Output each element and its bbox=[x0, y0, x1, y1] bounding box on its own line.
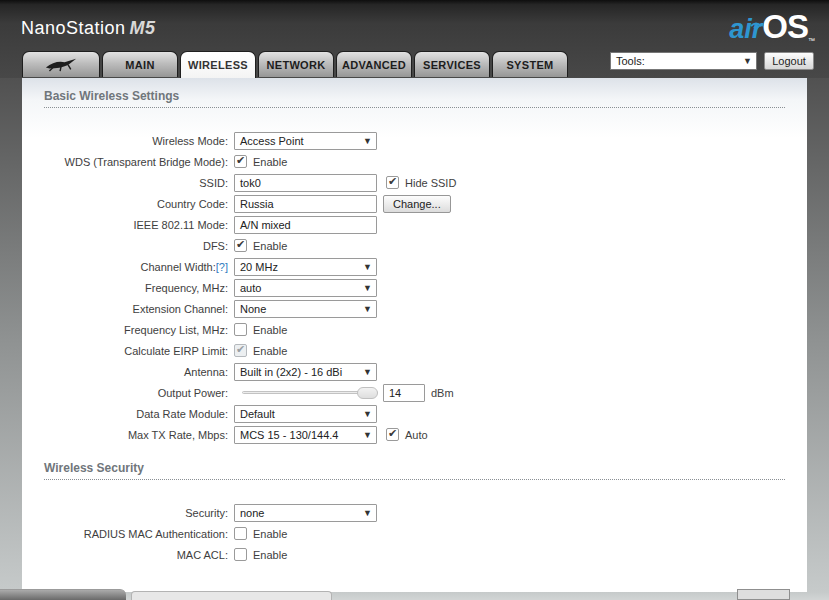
country-code-label: Country Code: bbox=[44, 198, 234, 210]
dfs-enable-label: Enable bbox=[253, 240, 287, 252]
calculate-eirp-label: Calculate EIRP Limit: bbox=[44, 345, 234, 357]
row-security: Security: none▼ bbox=[44, 502, 785, 523]
tab-wireless[interactable]: WIRELESS bbox=[180, 51, 256, 78]
frequency-list-enable-checkbox[interactable] bbox=[234, 323, 247, 336]
row-output-power: Output Power: 14 dBm bbox=[44, 382, 785, 403]
radius-mac-enable-label: Enable bbox=[253, 528, 287, 540]
wifi-signal-icon bbox=[748, 5, 764, 35]
chevron-down-icon: ▼ bbox=[363, 430, 372, 440]
mac-acl-enable-label: Enable bbox=[253, 549, 287, 561]
row-dfs: DFS: Enable bbox=[44, 235, 785, 256]
product-model: M5 bbox=[130, 18, 156, 38]
security-select[interactable]: none▼ bbox=[234, 504, 377, 522]
output-power-slider[interactable] bbox=[242, 387, 378, 399]
row-calculate-eirp: Calculate EIRP Limit: Enable bbox=[44, 340, 785, 361]
frequency-select[interactable]: auto▼ bbox=[234, 279, 377, 297]
hide-ssid-label: Hide SSID bbox=[405, 177, 456, 189]
wireless-mode-select[interactable]: Access Point▼ bbox=[234, 132, 377, 150]
row-data-rate-module: Data Rate Module: Default▼ bbox=[44, 403, 785, 424]
product-name: NanoStation bbox=[21, 18, 126, 38]
frequency-list-enable-label: Enable bbox=[253, 324, 287, 336]
frequency-label: Frequency, MHz: bbox=[44, 282, 234, 294]
ieee-mode-label: IEEE 802.11 Mode: bbox=[44, 219, 234, 231]
row-frequency: Frequency, MHz: auto▼ bbox=[44, 277, 785, 298]
chevron-down-icon: ▼ bbox=[363, 283, 372, 293]
section-title-basic-wireless: Basic Wireless Settings bbox=[44, 89, 785, 108]
max-tx-rate-auto-label: Auto bbox=[405, 429, 428, 441]
wireless-security-section: Wireless Security Security: none▼ RADIUS… bbox=[44, 461, 785, 565]
row-channel-width: Channel Width:[?] 20 MHz▼ bbox=[44, 256, 785, 277]
chevron-down-icon: ▼ bbox=[363, 409, 372, 419]
tab-main[interactable]: MAIN bbox=[102, 51, 178, 77]
mac-acl-label: MAC ACL: bbox=[44, 549, 234, 561]
country-change-button[interactable]: Change... bbox=[383, 195, 451, 213]
row-antenna: Antenna: Built in (2x2) - 16 dBi▼ bbox=[44, 361, 785, 382]
extension-channel-select[interactable]: None▼ bbox=[234, 300, 377, 318]
calculate-eirp-checkbox bbox=[234, 344, 247, 357]
product-title: NanoStationM5 bbox=[21, 18, 156, 39]
bottom-bar-fragment-light bbox=[131, 591, 332, 600]
tab-system[interactable]: SYSTEM bbox=[492, 51, 568, 77]
row-country-code: Country Code: Russia Change... bbox=[44, 193, 785, 214]
ubiquiti-antenna-icon bbox=[40, 56, 82, 74]
header: NanoStationM5 air OS ™ Tools: ▼ Logout bbox=[0, 0, 829, 78]
dfs-label: DFS: bbox=[44, 240, 234, 252]
output-power-label: Output Power: bbox=[44, 387, 234, 399]
country-code-input[interactable]: Russia bbox=[234, 195, 377, 213]
mac-acl-enable-checkbox[interactable] bbox=[234, 548, 247, 561]
tab-home[interactable] bbox=[22, 51, 100, 77]
antenna-select[interactable]: Built in (2x2) - 16 dBi▼ bbox=[234, 363, 377, 381]
tab-network[interactable]: NETWORK bbox=[258, 51, 334, 77]
channel-width-label: Channel Width: bbox=[141, 261, 216, 273]
tab-advanced[interactable]: ADVANCED bbox=[336, 51, 412, 77]
row-ieee-mode: IEEE 802.11 Mode: A/N mixed bbox=[44, 214, 785, 235]
data-rate-module-label: Data Rate Module: bbox=[44, 408, 234, 420]
chevron-down-icon: ▼ bbox=[363, 508, 372, 518]
security-label: Security: bbox=[44, 507, 234, 519]
max-tx-rate-select[interactable]: MCS 15 - 130/144.4▼ bbox=[234, 426, 377, 444]
chevron-down-icon: ▼ bbox=[743, 56, 752, 66]
row-wds: WDS (Transparent Bridge Mode): Enable bbox=[44, 151, 785, 172]
change-button-partial[interactable] bbox=[737, 589, 790, 600]
wds-label: WDS (Transparent Bridge Mode): bbox=[44, 156, 234, 168]
tab-bar: MAIN WIRELESS NETWORK ADVANCED SERVICES … bbox=[22, 51, 570, 78]
dfs-enable-checkbox[interactable] bbox=[234, 239, 247, 252]
tools-dropdown-value: Tools: bbox=[616, 55, 645, 67]
row-extension-channel: Extension Channel: None▼ bbox=[44, 298, 785, 319]
extension-channel-label: Extension Channel: bbox=[44, 303, 234, 315]
ssid-input[interactable]: tok0 bbox=[234, 174, 377, 192]
row-radius-mac: RADIUS MAC Authentication: Enable bbox=[44, 523, 785, 544]
row-frequency-list: Frequency List, MHz: Enable bbox=[44, 319, 785, 340]
ieee-mode-input[interactable]: A/N mixed bbox=[234, 216, 377, 234]
output-power-unit: dBm bbox=[431, 387, 454, 399]
channel-width-help-link[interactable]: [?] bbox=[216, 261, 228, 273]
channel-width-select[interactable]: 20 MHz▼ bbox=[234, 258, 377, 276]
trademark-symbol: ™ bbox=[808, 37, 815, 44]
radius-mac-label: RADIUS MAC Authentication: bbox=[44, 528, 234, 540]
data-rate-module-select[interactable]: Default▼ bbox=[234, 405, 377, 423]
tools-dropdown[interactable]: Tools: ▼ bbox=[610, 52, 757, 70]
chevron-down-icon: ▼ bbox=[363, 367, 372, 377]
tab-services[interactable]: SERVICES bbox=[414, 51, 490, 77]
row-ssid: SSID: tok0 Hide SSID bbox=[44, 172, 785, 193]
max-tx-rate-label: Max TX Rate, Mbps: bbox=[44, 429, 234, 441]
ssid-label: SSID: bbox=[44, 177, 234, 189]
chevron-down-icon: ▼ bbox=[363, 304, 372, 314]
output-power-input[interactable]: 14 bbox=[383, 384, 425, 402]
max-tx-rate-auto-checkbox[interactable] bbox=[386, 428, 399, 441]
content-panel: Basic Wireless Settings Wireless Mode: A… bbox=[22, 78, 807, 592]
frequency-list-label: Frequency List, MHz: bbox=[44, 324, 234, 336]
wds-enable-label: Enable bbox=[253, 156, 287, 168]
basic-wireless-section: Basic Wireless Settings Wireless Mode: A… bbox=[44, 89, 785, 445]
wds-enable-checkbox[interactable] bbox=[234, 155, 247, 168]
airos-logo-air: air bbox=[729, 14, 762, 44]
airos-logo: air OS ™ bbox=[729, 4, 815, 44]
slider-handle[interactable] bbox=[357, 387, 378, 399]
row-wireless-mode: Wireless Mode: Access Point▼ bbox=[44, 130, 785, 151]
airos-page: NanoStationM5 air OS ™ Tools: ▼ Logout bbox=[0, 0, 829, 600]
hide-ssid-checkbox[interactable] bbox=[386, 176, 399, 189]
row-max-tx-rate: Max TX Rate, Mbps: MCS 15 - 130/144.4▼ A… bbox=[44, 424, 785, 445]
row-mac-acl: MAC ACL: Enable bbox=[44, 544, 785, 565]
logout-button[interactable]: Logout bbox=[764, 52, 814, 70]
radius-mac-enable-checkbox[interactable] bbox=[234, 527, 247, 540]
